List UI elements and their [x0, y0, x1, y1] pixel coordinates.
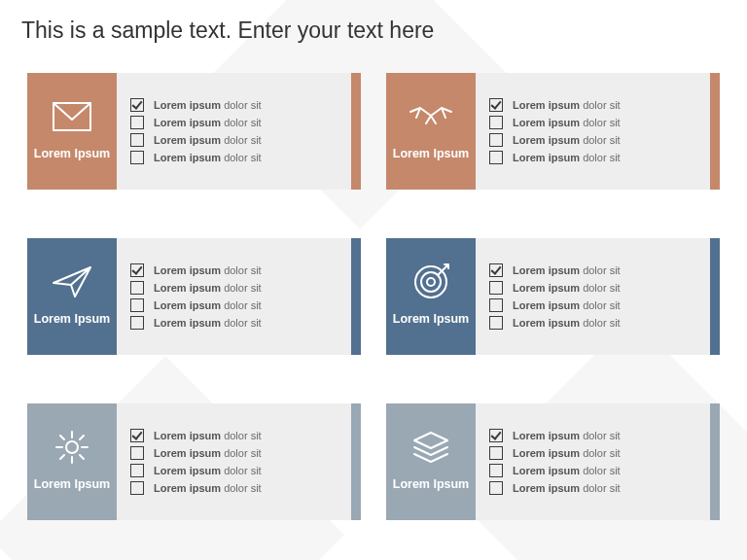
- card-body: Lorem ipsum dolor sitLorem ipsum dolor s…: [117, 73, 351, 190]
- list-item-label: Lorem ipsum dolor sit: [154, 317, 262, 329]
- card-header: Lorem Ipsum: [27, 238, 117, 355]
- card-label: Lorem Ipsum: [34, 312, 111, 328]
- card: Lorem IpsumLorem ipsum dolor sitLorem ip…: [386, 238, 720, 355]
- svg-point-2: [421, 272, 441, 292]
- list-item-label: Lorem ipsum dolor sit: [154, 482, 262, 494]
- list-item-label: Lorem ipsum dolor sit: [154, 447, 262, 459]
- checkbox-icon[interactable]: [489, 116, 503, 129]
- checkbox-icon[interactable]: [130, 464, 144, 477]
- card-accent-stripe: [710, 403, 720, 520]
- list-item: Lorem ipsum dolor sit: [130, 116, 343, 129]
- checkbox-icon[interactable]: [130, 133, 144, 147]
- checkbox-icon[interactable]: [130, 151, 144, 164]
- card-header: Lorem Ipsum: [386, 238, 476, 355]
- list-item-label: Lorem ipsum dolor sit: [513, 264, 621, 276]
- list-item: Lorem ipsum dolor sit: [130, 481, 343, 495]
- checkbox-icon[interactable]: [130, 316, 144, 330]
- checkbox-icon[interactable]: [130, 116, 144, 129]
- list-item: Lorem ipsum dolor sit: [489, 464, 702, 477]
- list-item-label: Lorem ipsum dolor sit: [154, 117, 262, 128]
- card-accent-stripe: [351, 238, 361, 355]
- card: Lorem IpsumLorem ipsum dolor sitLorem ip…: [386, 403, 720, 520]
- list-item: Lorem ipsum dolor sit: [130, 281, 343, 295]
- handshake-icon: [405, 96, 457, 137]
- card-accent-stripe: [710, 73, 720, 190]
- card-header: Lorem Ipsum: [386, 73, 476, 190]
- card-body: Lorem ipsum dolor sitLorem ipsum dolor s…: [117, 403, 351, 520]
- list-item: Lorem ipsum dolor sit: [130, 151, 343, 164]
- checkbox-icon[interactable]: [130, 298, 144, 312]
- list-item-label: Lorem ipsum dolor sit: [513, 317, 621, 329]
- card-body: Lorem ipsum dolor sitLorem ipsum dolor s…: [476, 403, 710, 520]
- list-item: Lorem ipsum dolor sit: [489, 429, 702, 442]
- list-item: Lorem ipsum dolor sit: [130, 298, 343, 312]
- list-item: Lorem ipsum dolor sit: [489, 116, 702, 129]
- checkbox-icon[interactable]: [489, 429, 503, 442]
- list-item-label: Lorem ipsum dolor sit: [513, 430, 621, 441]
- list-item-label: Lorem ipsum dolor sit: [154, 99, 262, 111]
- list-item-label: Lorem ipsum dolor sit: [154, 430, 262, 441]
- list-item-label: Lorem ipsum dolor sit: [513, 134, 621, 146]
- list-item: Lorem ipsum dolor sit: [489, 98, 702, 112]
- list-item-label: Lorem ipsum dolor sit: [513, 465, 621, 476]
- list-item: Lorem ipsum dolor sit: [489, 151, 702, 164]
- list-item: Lorem ipsum dolor sit: [489, 316, 702, 330]
- checkbox-icon[interactable]: [130, 429, 144, 442]
- checkbox-icon[interactable]: [130, 263, 144, 277]
- list-item-label: Lorem ipsum dolor sit: [513, 482, 621, 494]
- card-label: Lorem Ipsum: [34, 477, 111, 493]
- checkbox-icon[interactable]: [489, 316, 503, 330]
- list-item-label: Lorem ipsum dolor sit: [154, 152, 262, 163]
- list-item-label: Lorem ipsum dolor sit: [154, 465, 262, 476]
- card-accent-stripe: [351, 403, 361, 520]
- layers-icon: [405, 427, 457, 468]
- checkbox-icon[interactable]: [489, 446, 503, 460]
- card-accent-stripe: [710, 238, 720, 355]
- checkbox-icon[interactable]: [130, 281, 144, 295]
- list-item-label: Lorem ipsum dolor sit: [513, 447, 621, 459]
- list-item-label: Lorem ipsum dolor sit: [154, 264, 262, 276]
- checkbox-icon[interactable]: [130, 446, 144, 460]
- list-item: Lorem ipsum dolor sit: [489, 281, 702, 295]
- checkbox-icon[interactable]: [489, 263, 503, 277]
- list-item: Lorem ipsum dolor sit: [489, 133, 702, 147]
- list-item-label: Lorem ipsum dolor sit: [154, 299, 262, 311]
- list-item: Lorem ipsum dolor sit: [489, 298, 702, 312]
- checkbox-icon[interactable]: [489, 281, 503, 295]
- card: Lorem IpsumLorem ipsum dolor sitLorem ip…: [27, 238, 361, 355]
- checkbox-icon[interactable]: [130, 481, 144, 495]
- list-item: Lorem ipsum dolor sit: [130, 263, 343, 277]
- checkbox-icon[interactable]: [489, 98, 503, 112]
- list-item: Lorem ipsum dolor sit: [130, 464, 343, 477]
- checkbox-icon[interactable]: [489, 481, 503, 495]
- card-header: Lorem Ipsum: [27, 73, 117, 190]
- list-item-label: Lorem ipsum dolor sit: [513, 99, 621, 111]
- paperplane-icon: [46, 262, 98, 302]
- card-body: Lorem ipsum dolor sitLorem ipsum dolor s…: [117, 238, 351, 355]
- card-label: Lorem Ipsum: [393, 147, 470, 162]
- card: Lorem IpsumLorem ipsum dolor sitLorem ip…: [386, 73, 720, 190]
- svg-point-3: [427, 278, 435, 286]
- list-item: Lorem ipsum dolor sit: [130, 429, 343, 442]
- checkbox-icon[interactable]: [489, 133, 503, 147]
- checkbox-icon[interactable]: [489, 151, 503, 164]
- list-item: Lorem ipsum dolor sit: [489, 446, 702, 460]
- checkbox-icon[interactable]: [489, 298, 503, 312]
- gear-icon: [46, 427, 98, 468]
- list-item-label: Lorem ipsum dolor sit: [513, 282, 621, 294]
- list-item: Lorem ipsum dolor sit: [130, 446, 343, 460]
- card-label: Lorem Ipsum: [393, 312, 470, 328]
- card: Lorem IpsumLorem ipsum dolor sitLorem ip…: [27, 73, 361, 190]
- envelope-icon: [46, 96, 98, 137]
- checkbox-icon[interactable]: [130, 98, 144, 112]
- card-header: Lorem Ipsum: [386, 403, 476, 520]
- list-item-label: Lorem ipsum dolor sit: [154, 134, 262, 146]
- list-item-label: Lorem ipsum dolor sit: [513, 117, 621, 128]
- page-title: This is a sample text. Enter your text h…: [0, 0, 747, 52]
- card-header: Lorem Ipsum: [27, 403, 117, 520]
- list-item-label: Lorem ipsum dolor sit: [513, 299, 621, 311]
- target-icon: [405, 262, 457, 302]
- card-accent-stripe: [351, 73, 361, 190]
- list-item: Lorem ipsum dolor sit: [489, 481, 702, 495]
- checkbox-icon[interactable]: [489, 464, 503, 477]
